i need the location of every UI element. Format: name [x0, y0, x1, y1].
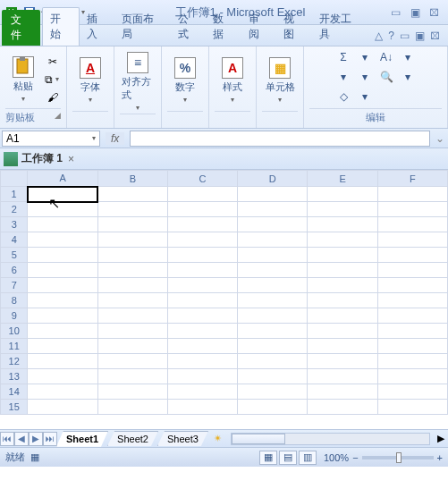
tab-page-layout[interactable]: 页面布局 — [114, 8, 171, 46]
cell[interactable] — [167, 339, 237, 354]
cell[interactable] — [238, 278, 308, 293]
row-header[interactable]: 12 — [1, 354, 28, 369]
cell[interactable] — [238, 354, 308, 369]
zoom-slider[interactable] — [362, 456, 434, 459]
sheet-tab[interactable]: Sheet2 — [107, 431, 158, 446]
cell[interactable] — [377, 354, 447, 369]
clear-icon[interactable]: ◇ — [334, 89, 352, 104]
cell[interactable] — [308, 369, 377, 384]
row-header[interactable]: 9 — [1, 308, 28, 324]
zoom-in-icon[interactable]: + — [437, 452, 443, 463]
cell[interactable] — [28, 324, 97, 339]
cell[interactable] — [28, 354, 97, 369]
cell[interactable] — [308, 400, 377, 415]
row-header[interactable]: 7 — [1, 278, 28, 293]
cell[interactable] — [28, 202, 97, 217]
restore-icon[interactable]: ▣ — [409, 6, 421, 19]
alignment-button[interactable]: ≡ 对齐方式▾ — [120, 50, 156, 114]
cell[interactable] — [308, 248, 377, 263]
cell[interactable] — [97, 187, 167, 202]
font-button[interactable]: A 字体▾ — [72, 55, 108, 105]
cell[interactable] — [167, 293, 237, 308]
row-header[interactable]: 10 — [1, 324, 28, 339]
workbook-close-icon[interactable]: × — [68, 153, 74, 165]
cell[interactable] — [28, 308, 97, 324]
name-box[interactable]: A1 ▾ — [2, 131, 100, 147]
scroll-right-icon[interactable]: ▶ — [434, 433, 448, 444]
tab-review[interactable]: 审阅 — [241, 8, 276, 46]
row-header[interactable]: 8 — [1, 293, 28, 308]
cell[interactable] — [28, 369, 97, 384]
tab-file[interactable]: 文件 — [2, 10, 40, 46]
number-button[interactable]: % 数字▾ — [167, 55, 203, 105]
select-all-corner[interactable] — [1, 171, 28, 187]
col-header[interactable]: D — [238, 171, 308, 187]
normal-view-icon[interactable]: ▦ — [259, 451, 277, 465]
formula-input[interactable] — [130, 131, 430, 147]
cell[interactable] — [377, 248, 447, 263]
help-icon[interactable]: ? — [388, 30, 394, 42]
tab-data[interactable]: 数据 — [206, 8, 241, 46]
formula-expand-icon[interactable]: ⌄ — [432, 132, 448, 145]
cell[interactable] — [28, 339, 97, 354]
cell[interactable] — [377, 187, 447, 202]
new-sheet-icon[interactable]: ✴ — [208, 433, 227, 444]
cell[interactable] — [97, 202, 167, 217]
minimize-icon[interactable]: ▭ — [389, 6, 402, 19]
cell[interactable] — [377, 339, 447, 354]
cell[interactable] — [238, 248, 308, 263]
doc-minimize-icon[interactable]: ▭ — [400, 30, 410, 42]
cell[interactable] — [308, 202, 377, 217]
doc-close-icon[interactable]: ⛝ — [430, 30, 441, 42]
cell[interactable] — [238, 384, 308, 400]
name-box-dropdown-icon[interactable]: ▾ — [92, 134, 96, 142]
page-break-view-icon[interactable]: ▥ — [299, 451, 317, 465]
cell[interactable] — [308, 232, 377, 248]
col-header[interactable]: E — [308, 171, 377, 187]
cell[interactable] — [308, 308, 377, 324]
cell[interactable] — [28, 248, 97, 263]
cell[interactable] — [28, 263, 97, 278]
paste-button[interactable]: 粘贴 ▾ — [5, 55, 41, 105]
cell[interactable] — [28, 217, 97, 232]
cell[interactable] — [377, 263, 447, 278]
cell[interactable] — [167, 217, 237, 232]
row-header[interactable]: 13 — [1, 369, 28, 384]
fx-icon[interactable]: fx — [106, 132, 124, 145]
cell[interactable] — [238, 293, 308, 308]
col-header[interactable]: A — [28, 171, 97, 187]
tab-home[interactable]: 开始 — [42, 7, 79, 46]
row-header[interactable]: 15 — [1, 400, 28, 415]
cell[interactable] — [97, 339, 167, 354]
row-header[interactable]: 5 — [1, 248, 28, 263]
cell[interactable] — [167, 308, 237, 324]
cell[interactable] — [97, 369, 167, 384]
cell[interactable] — [97, 263, 167, 278]
spreadsheet-grid[interactable]: A B C D E F 1 2 3 4 5 6 7 8 9 10 11 12 1… — [0, 170, 448, 429]
cell[interactable] — [238, 263, 308, 278]
cell[interactable] — [308, 324, 377, 339]
cell[interactable] — [238, 400, 308, 415]
cell[interactable] — [167, 354, 237, 369]
sort-filter-icon[interactable]: A↓ — [377, 50, 395, 64]
cell[interactable] — [167, 324, 237, 339]
col-header[interactable]: C — [167, 171, 237, 187]
cell[interactable] — [238, 339, 308, 354]
sheet-nav-last-icon[interactable]: ⏭ — [43, 432, 57, 446]
cell[interactable] — [28, 293, 97, 308]
horizontal-scrollbar[interactable] — [231, 433, 430, 445]
cell[interactable] — [28, 232, 97, 248]
cell[interactable] — [238, 324, 308, 339]
row-header[interactable]: 1 — [1, 187, 28, 202]
row-header[interactable]: 11 — [1, 339, 28, 354]
cell[interactable] — [97, 232, 167, 248]
cell[interactable] — [238, 217, 308, 232]
cell[interactable] — [28, 384, 97, 400]
cell[interactable] — [167, 232, 237, 248]
row-header[interactable]: 3 — [1, 217, 28, 232]
macro-record-icon[interactable]: ▦ — [30, 451, 39, 463]
tab-formulas[interactable]: 公式 — [171, 8, 206, 46]
format-painter-icon[interactable]: 🖌 — [45, 89, 61, 105]
tab-view[interactable]: 视图 — [276, 8, 311, 46]
cell[interactable] — [97, 293, 167, 308]
